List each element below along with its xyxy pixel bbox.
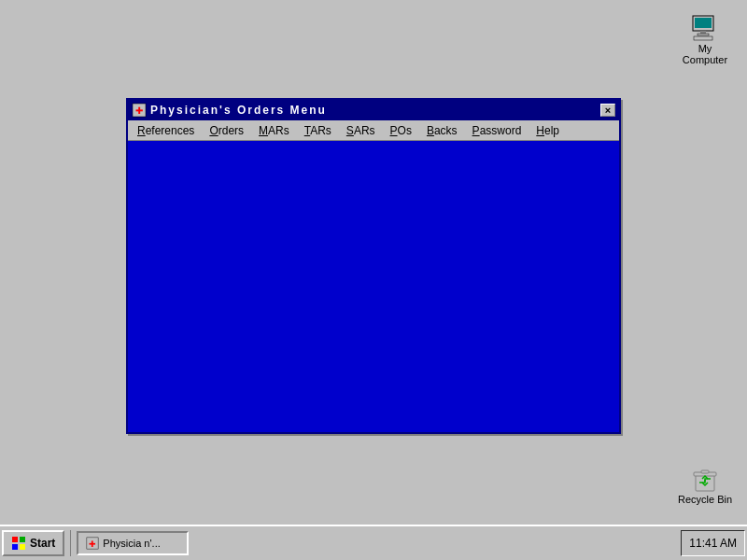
svg-rect-4 [694,36,712,40]
svg-rect-13 [20,544,25,550]
svg-rect-3 [698,34,709,35]
system-clock: 11:41 AM [681,530,745,556]
taskbar: Start ✚ Physicia n'... 11:41 AM [0,525,747,560]
svg-text:✚: ✚ [89,539,96,549]
windows-logo-icon [11,536,26,551]
recycle-bin-icon-img [690,464,720,494]
window-titlebar: ✚ Physician's Orders Menu × [128,100,619,120]
titlebar-left: ✚ Physician's Orders Menu [132,103,327,118]
taskbar-item-label: Physicia n'... [103,538,160,549]
menu-help[interactable]: Help [529,122,567,139]
svg-rect-2 [700,31,706,34]
svg-rect-12 [12,544,18,550]
window-content-area [128,141,619,432]
window-close-button[interactable]: × [600,104,615,117]
menu-orders[interactable]: Orders [202,122,251,139]
taskbar-divider [70,530,71,556]
window-title: Physician's Orders Menu [150,104,327,117]
svg-rect-11 [20,537,25,542]
menu-mars[interactable]: MARs [251,122,297,139]
my-computer-icon-img [690,13,720,43]
physicians-orders-window: ✚ Physician's Orders Menu × References O… [126,98,621,434]
window-menubar: References Orders MARs TARs SARs POs Bac… [128,120,619,141]
menu-backs[interactable]: Backs [419,122,465,139]
taskbar-physicians-item[interactable]: ✚ Physicia n'... [77,531,189,555]
my-computer-label: My Computer [676,43,734,65]
start-button[interactable]: Start [2,530,64,556]
start-label: Start [30,537,55,550]
recycle-bin-icon[interactable]: Recycle Bin [672,460,738,509]
svg-rect-7 [701,470,709,473]
svg-text:✚: ✚ [135,105,143,116]
menu-references[interactable]: References [130,122,202,139]
window-app-icon: ✚ [132,103,147,118]
taskbar-item-icon: ✚ [86,537,99,550]
recycle-bin-label: Recycle Bin [678,494,732,505]
menu-pos[interactable]: POs [383,122,419,139]
my-computer-icon[interactable]: My Computer [672,9,738,69]
clock-time: 11:41 AM [689,537,737,550]
menu-tars[interactable]: TARs [297,122,339,139]
menu-sars[interactable]: SARs [339,122,383,139]
svg-rect-1 [695,18,712,28]
menu-password[interactable]: Password [465,122,529,139]
svg-rect-10 [12,537,18,542]
